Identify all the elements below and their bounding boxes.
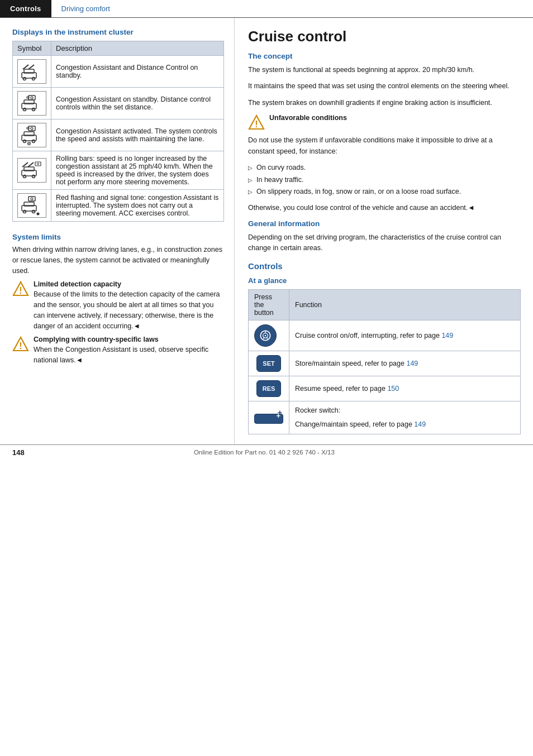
table-row: Congestion Assistant activated. The syst…	[13, 119, 224, 151]
glance-btn-cell-4: +	[249, 401, 289, 434]
warning-2-text: When the Congestion Assistant is used, o…	[34, 344, 224, 366]
svg-line-0	[23, 65, 28, 69]
unfavorable-triangle-icon: !	[248, 114, 265, 131]
main-heading: Cruise control	[248, 28, 521, 45]
car-cam-activated-icon	[21, 125, 43, 145]
svg-rect-17	[28, 126, 35, 131]
desc-cell-2: Congestion Assistant on standby. Distanc…	[51, 88, 224, 119]
warning-1-text: Because of the limits to the detection c…	[34, 289, 224, 331]
svg-line-1	[28, 65, 34, 69]
svg-point-29	[37, 163, 39, 165]
table-row: SET Store/maintain speed, refer to page …	[249, 351, 521, 376]
concept-p1: The system is functional at speeds begin…	[248, 65, 521, 75]
concept-heading: The concept	[248, 52, 521, 60]
svg-point-32	[23, 210, 26, 213]
res-button: RES	[256, 380, 281, 397]
symbol-box-3	[17, 123, 46, 147]
function-col-header: Function	[289, 290, 521, 320]
table-row: Congestion Assistant on standby. Distanc…	[13, 88, 224, 119]
svg-rect-12	[27, 97, 29, 98]
concept-p3: The system brakes on downhill gradients …	[248, 98, 521, 108]
at-a-glance-heading: At a glance	[248, 276, 521, 285]
table-row: RES Resume speed, refer to page 150	[249, 376, 521, 401]
page-link-1: 149	[441, 332, 453, 339]
bullet-list: On curvy roads. In heavy traffic. On sli…	[248, 162, 521, 197]
concept-p2: It maintains the speed that was set usin…	[248, 81, 521, 92]
press-button-col-header: Press the button	[249, 290, 289, 320]
svg-point-9	[32, 108, 35, 111]
svg-text:!: !	[19, 286, 22, 295]
page-link-3: 150	[387, 385, 399, 393]
table-row: + Rocker switch: Change/maintain speed, …	[249, 401, 521, 434]
svg-point-18	[31, 127, 33, 130]
symbol-cell	[13, 190, 51, 222]
svg-text:!: !	[255, 119, 258, 129]
symbol-table: Symbol Description	[12, 41, 224, 222]
svg-text:!: !	[19, 341, 22, 351]
svg-rect-19	[27, 127, 29, 129]
footer-text: Online Edition for Part no. 01 40 2 926 …	[194, 449, 335, 456]
svg-point-35	[31, 198, 33, 200]
symbol-cell	[13, 56, 51, 88]
symbol-col-header: Symbol	[13, 41, 51, 56]
top-nav: Controls Driving comfort	[0, 0, 533, 18]
description-col-header: Description	[51, 41, 224, 56]
svg-point-16	[32, 140, 35, 143]
warning-triangle-icon-1: !	[12, 280, 29, 297]
desc-cell-3: Congestion Assistant activated. The syst…	[51, 119, 224, 151]
symbol-cell	[13, 151, 51, 190]
glance-function-cell-1: Cruise control on/off, interrupting, ref…	[289, 320, 521, 351]
svg-point-49	[265, 335, 266, 337]
symbol-cell	[13, 119, 51, 151]
svg-rect-34	[28, 197, 35, 201]
warning-triangle-icon-2: !	[12, 336, 29, 352]
cruise-on-off-button	[254, 324, 277, 347]
displays-heading: Displays in the instrument cluster	[12, 28, 224, 36]
table-row: Red flashing and signal tone: congestion…	[13, 190, 224, 222]
svg-point-11	[31, 97, 33, 99]
page-link-4: 149	[414, 420, 426, 428]
controls-heading: Controls	[248, 261, 521, 271]
page-number: 148	[12, 448, 25, 457]
glance-btn-cell-2: SET	[249, 351, 289, 376]
glance-function-cell-4: Rocker switch: Change/maintain speed, re…	[289, 401, 521, 434]
glance-table: Press the button Function	[248, 289, 521, 434]
svg-line-22	[22, 162, 28, 167]
table-row: Rolling bars: speed is no longer increas…	[13, 151, 224, 190]
glance-btn-cell-1	[249, 320, 289, 351]
unfavorable-warning-block: ! Unfavorable conditions	[248, 114, 521, 131]
svg-point-15	[23, 140, 26, 143]
svg-point-4	[23, 78, 26, 80]
svg-rect-28	[35, 162, 41, 166]
unfavorable-title: Unfavorable conditions	[269, 114, 347, 122]
unfavorable-intro: Do not use the system if unfavorable con…	[248, 135, 521, 157]
warning-block-2: ! Complying with country-specific laws W…	[12, 336, 224, 366]
svg-point-8	[23, 108, 26, 111]
symbol-box-4	[17, 158, 46, 183]
list-item: On curvy roads.	[248, 162, 521, 173]
unfavorable-content: Unfavorable conditions	[269, 114, 347, 123]
symbol-box-2	[17, 91, 46, 116]
symbol-box-5	[17, 193, 46, 218]
glance-function-cell-2: Store/maintain speed, refer to page 149	[289, 351, 521, 376]
desc-cell-5: Red flashing and signal tone: congestion…	[51, 190, 224, 222]
list-item: In heavy traffic.	[248, 175, 521, 185]
warning-1-title: Limited detection capacity	[34, 280, 224, 288]
car-rolling-bars-icon	[21, 160, 43, 180]
right-column: Cruise control The concept The system is…	[235, 18, 533, 444]
svg-point-27	[32, 175, 35, 178]
list-item: On slippery roads, in fog, snow or rain,…	[248, 186, 521, 197]
glance-function-cell-3: Resume speed, refer to page 150	[289, 376, 521, 401]
symbol-cell	[13, 88, 51, 119]
car-cam-interrupted-icon	[21, 195, 43, 216]
nav-controls-label: Controls	[0, 0, 51, 17]
page-link-2: 149	[406, 360, 418, 367]
svg-point-26	[23, 175, 26, 178]
set-button: SET	[256, 355, 281, 372]
warning-1-content: Limited detection capacity Because of th…	[34, 280, 224, 331]
warning-2-title: Complying with country-specific laws	[34, 336, 224, 343]
nav-driving-label: Driving comfort	[51, 0, 120, 17]
cruise-button-icon	[258, 328, 273, 343]
system-limits-heading: System limits	[12, 233, 224, 241]
general-info-text: Depending on the set driving program, th…	[248, 232, 521, 254]
